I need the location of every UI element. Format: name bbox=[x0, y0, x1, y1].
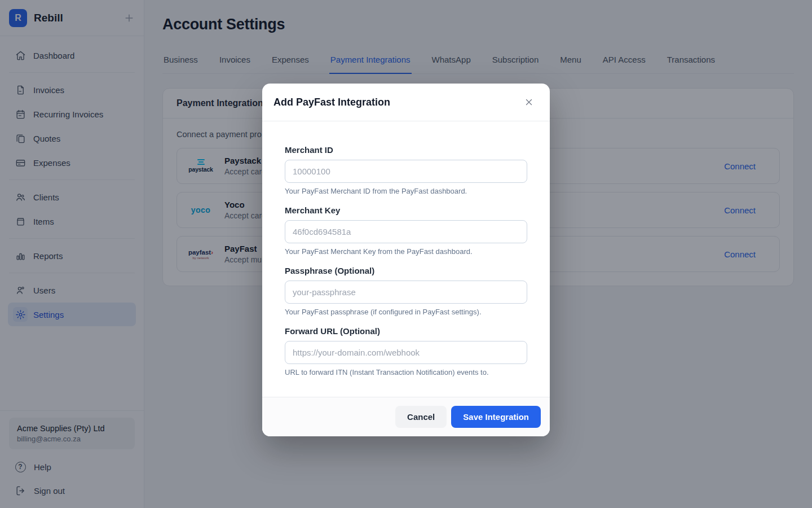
merchant-id-help: Your PayFast Merchant ID from the PayFas… bbox=[285, 187, 527, 195]
passphrase-field-group: Passphrase (Optional) Your PayFast passp… bbox=[285, 266, 527, 316]
forward-url-help: URL to forward ITN (Instant Transaction … bbox=[285, 368, 527, 376]
merchant-key-input[interactable] bbox=[285, 220, 527, 243]
close-icon[interactable] bbox=[522, 95, 536, 110]
modal-body: Merchant ID Your PayFast Merchant ID fro… bbox=[262, 121, 550, 397]
merchant-key-label: Merchant Key bbox=[285, 205, 527, 215]
modal-footer: Cancel Save Integration bbox=[262, 397, 550, 436]
passphrase-help: Your PayFast passphrase (if configured i… bbox=[285, 308, 527, 316]
forward-url-label: Forward URL (Optional) bbox=[285, 326, 527, 336]
merchant-key-help: Your PayFast Merchant Key from the PayFa… bbox=[285, 247, 527, 256]
forward-url-field-group: Forward URL (Optional) URL to forward IT… bbox=[285, 326, 527, 376]
save-integration-button[interactable]: Save Integration bbox=[451, 406, 541, 428]
add-payfast-modal: Add PayFast Integration Merchant ID Your… bbox=[262, 84, 550, 436]
merchant-id-label: Merchant ID bbox=[285, 145, 527, 155]
cancel-button[interactable]: Cancel bbox=[395, 406, 447, 428]
merchant-id-field-group: Merchant ID Your PayFast Merchant ID fro… bbox=[285, 145, 527, 195]
merchant-key-field-group: Merchant Key Your PayFast Merchant Key f… bbox=[285, 205, 527, 256]
passphrase-label: Passphrase (Optional) bbox=[285, 266, 527, 275]
forward-url-input[interactable] bbox=[285, 341, 527, 364]
modal-header: Add PayFast Integration bbox=[262, 84, 550, 121]
modal-title: Add PayFast Integration bbox=[272, 97, 390, 108]
merchant-id-input[interactable] bbox=[285, 160, 527, 183]
passphrase-input[interactable] bbox=[285, 281, 527, 304]
